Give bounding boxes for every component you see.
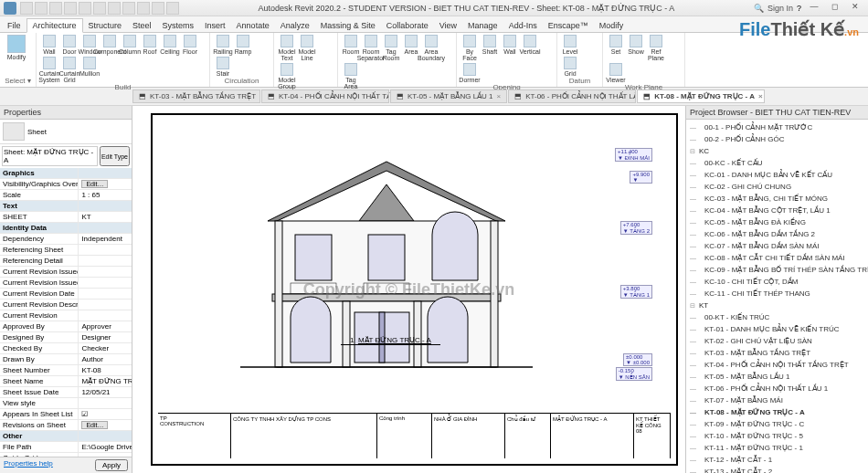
- ribbon-tab-modify[interactable]: Modify: [594, 19, 630, 32]
- ref-plane-button[interactable]: Ref Plane: [647, 35, 665, 61]
- ramp-button[interactable]: Ramp: [234, 35, 252, 55]
- tree-sheet[interactable]: KT-12 - MẶT CẮT - 1: [688, 454, 866, 466]
- tree-sheet[interactable]: KC-01 - DANH MỤC BẢN VẼ KẾT CẤU: [688, 169, 866, 181]
- tree-sheet[interactable]: KT-13 - MẶT CẮT - 2: [688, 466, 866, 473]
- tag-area-button[interactable]: Tag Area: [342, 63, 360, 89]
- instance-combo[interactable]: Sheet: MẶT ĐỨNG TRỤC - A: [2, 146, 98, 166]
- tree-sheet[interactable]: KC-08 - MẶT CẮT CHI TIẾT DẦM SÀN MÁI: [688, 252, 866, 264]
- edit-type-button[interactable]: Edit Type: [100, 146, 130, 166]
- close-tab-icon[interactable]: ×: [497, 92, 502, 100]
- qat-undo-icon[interactable]: [49, 2, 62, 15]
- show-button[interactable]: Show: [627, 35, 645, 55]
- property-row[interactable]: Current Revision Descr…: [0, 300, 132, 310]
- tree-sheet[interactable]: KT-03 - MẶT BẰNG TẦNG TRỆT: [688, 347, 866, 359]
- ribbon-tab-addins[interactable]: Add-Ins: [503, 19, 543, 32]
- drawing-canvas[interactable]: +11.400▼ ĐỈNH MÁI+9.900▼ +7.600▼ TẦNG 2+…: [132, 106, 685, 473]
- area-boundary-button[interactable]: Area Boundary: [422, 35, 440, 61]
- grid-button[interactable]: Grid: [561, 57, 579, 77]
- qat-open-icon[interactable]: [20, 2, 33, 15]
- property-row[interactable]: Sheet NumberKT-08: [0, 365, 132, 376]
- railing-button[interactable]: Railing: [214, 35, 232, 55]
- property-row[interactable]: Sheet Issue Date12/05/21: [0, 387, 132, 398]
- tree-sheet[interactable]: KC-07 - MẶT BẰNG DẦM SÀN MÁI: [688, 240, 866, 252]
- column-button[interactable]: Column: [121, 35, 139, 55]
- tree-sheet[interactable]: KT-04 - PHỐI CẢNH NỘI THẤT TẦNG TRỆT: [688, 359, 866, 371]
- room-separator-button[interactable]: Room Separator: [362, 35, 380, 61]
- ribbon-tab-architecture[interactable]: Architecture: [26, 18, 83, 33]
- qat-section-icon[interactable]: [122, 2, 135, 15]
- stair-button[interactable]: Stair: [214, 57, 232, 77]
- property-row[interactable]: Revisions on SheetEdit…: [0, 420, 132, 431]
- viewer-button[interactable]: Viewer: [607, 63, 625, 83]
- tree-sheet[interactable]: KT-10 - MẶT ĐỨNG TRỤC - 5: [688, 430, 866, 442]
- edit-button[interactable]: Edit…: [81, 421, 108, 429]
- property-row[interactable]: Appears In Sheet List☑: [0, 409, 132, 420]
- model-text-button[interactable]: Model Text: [278, 35, 296, 61]
- property-row[interactable]: Referencing Detail: [0, 256, 132, 267]
- sign-in-link[interactable]: Sign In: [767, 4, 793, 13]
- minimize-button[interactable]: —: [805, 2, 823, 15]
- tree-sheet[interactable]: 00-1 - PHỐI CẢNH MẶT TRƯỚC: [688, 121, 866, 133]
- properties-help-link[interactable]: Properties help: [4, 459, 53, 471]
- tree-sheet[interactable]: 00-2 - PHỐI CẢNH GÓC: [688, 133, 866, 145]
- tree-sheet[interactable]: KT-11 - MẶT ĐỨNG TRỤC - 1: [688, 442, 866, 454]
- ceiling-button[interactable]: Ceiling: [161, 35, 179, 55]
- tree-sheet[interactable]: KC-02 - GHI CHÚ CHUNG: [688, 181, 866, 193]
- doc-tab[interactable]: ⬒KT-06 - PHỐI CẢNH NỘI THẤT LẦU…×: [508, 89, 636, 103]
- tree-sheet[interactable]: KC-05 - MẶT BẰNG ĐÀ KIỀNG: [688, 216, 866, 228]
- help-icon[interactable]: ?: [797, 4, 801, 13]
- tree-sheet[interactable]: KC-11 - CHI TIẾT THÉP THANG: [688, 288, 866, 300]
- property-row[interactable]: Scale1 : 65: [0, 190, 132, 201]
- level-button[interactable]: Level: [561, 35, 579, 55]
- type-selector[interactable]: Sheet: [0, 120, 132, 144]
- curtain-grid-button[interactable]: Curtain Grid: [60, 57, 79, 83]
- tree-group[interactable]: KC: [688, 145, 866, 157]
- tree-sheet[interactable]: KT-07 - MẶT BẰNG MÁI: [688, 394, 866, 406]
- tree-sheet[interactable]: KT-09 - MẶT ĐỨNG TRỤC - C: [688, 418, 866, 430]
- ribbon-tab-annotate[interactable]: Annotate: [231, 19, 275, 32]
- ribbon-tab-manage[interactable]: Manage: [462, 19, 503, 32]
- ribbon-tab-collaborate[interactable]: Collaborate: [381, 19, 434, 32]
- browser-tree[interactable]: 00-1 - PHỐI CẢNH MẶT TRƯỚC00-2 - PHỐI CẢ…: [686, 120, 868, 473]
- wall-button[interactable]: Wall: [40, 35, 58, 55]
- ribbon-tab-file[interactable]: File: [2, 19, 26, 32]
- model-group-button[interactable]: Model Group: [278, 63, 296, 89]
- component-button[interactable]: Component: [101, 35, 119, 55]
- modify-button[interactable]: Modify: [4, 35, 29, 60]
- tree-sheet[interactable]: KC-04 - MẶT BẰNG CỘT TRỆT, LẦU 1: [688, 205, 866, 216]
- ribbon-tab-steel[interactable]: Steel: [127, 19, 157, 32]
- qat-measure-icon[interactable]: [93, 2, 106, 15]
- qat-redo-icon[interactable]: [64, 2, 77, 15]
- property-row[interactable]: Visibility/Graphics Over…Edit…: [0, 179, 132, 190]
- property-row[interactable]: Sheet NameMẶT ĐỨNG TRỤC - A: [0, 376, 132, 387]
- close-tab-icon[interactable]: ×: [259, 92, 260, 100]
- shaft-button[interactable]: Shaft: [481, 35, 499, 55]
- tree-group[interactable]: KT: [688, 300, 866, 311]
- ribbon-tab-insert[interactable]: Insert: [199, 19, 231, 32]
- property-row[interactable]: View style: [0, 398, 132, 409]
- qat-close-hidden-icon[interactable]: [152, 2, 164, 15]
- tree-sheet[interactable]: KC-06 - MẶT BẰNG DẦM TẦNG 2: [688, 228, 866, 240]
- curtain-system-button[interactable]: Curtain System: [40, 57, 58, 83]
- search-icon[interactable]: 🔍: [754, 4, 764, 13]
- door-button[interactable]: Door: [60, 35, 79, 55]
- doc-tab[interactable]: ⬒KT-03 - MẶT BẰNG TẦNG TRỆT×: [132, 89, 260, 103]
- tree-sheet[interactable]: KC-03 - MẶT BẰNG, CHI TIẾT MÓNG: [688, 193, 866, 205]
- apply-button[interactable]: Apply: [95, 459, 128, 471]
- property-row[interactable]: Designed ByDesigner: [0, 332, 132, 343]
- property-row[interactable]: Current Revision Date: [0, 289, 132, 300]
- mullion-button[interactable]: Mullion: [80, 57, 99, 77]
- close-button[interactable]: ✕: [846, 2, 864, 15]
- tree-sheet[interactable]: KT-06 - PHỐI CẢNH NỘI THẤT LẦU 1: [688, 383, 866, 394]
- qat-switch-window-icon[interactable]: [166, 2, 179, 15]
- ribbon-tab-view[interactable]: View: [434, 19, 462, 32]
- property-row[interactable]: Current Revision Issued …: [0, 278, 132, 289]
- doc-tab[interactable]: ⬒KT-08 - MẶT ĐỨNG TRỤC - A×: [637, 89, 765, 103]
- property-row[interactable]: Referencing Sheet: [0, 245, 132, 256]
- vertical-button[interactable]: Vertical: [521, 35, 539, 55]
- property-row[interactable]: SHEETKT: [0, 212, 132, 223]
- by-face-button[interactable]: By Face: [460, 35, 479, 61]
- qat-thin-lines-icon[interactable]: [137, 2, 150, 15]
- floor-button[interactable]: Floor: [181, 35, 199, 55]
- tree-sheet[interactable]: 00-KT - KIẾN TRÚC: [688, 311, 866, 323]
